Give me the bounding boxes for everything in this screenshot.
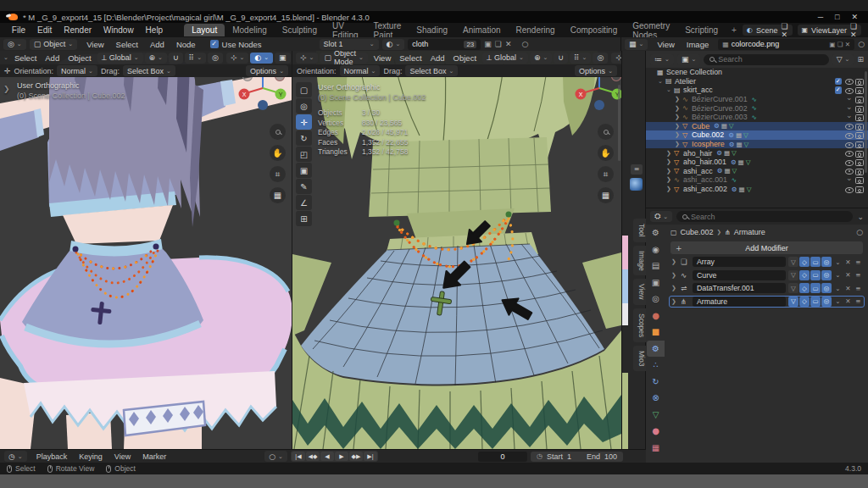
workspace-tab[interactable]: Scripting bbox=[677, 24, 726, 36]
outliner-row[interactable]: Cube.002 ⚙▦▽∿ ✓ bbox=[646, 130, 868, 140]
expand-arrow-icon[interactable] bbox=[666, 168, 674, 175]
object-name[interactable]: Atelier bbox=[675, 77, 696, 86]
editor-type-chevron-icon[interactable]: ⌄ bbox=[3, 54, 8, 61]
menu-item[interactable]: Keying bbox=[73, 452, 108, 461]
filter-dropdown[interactable]: ▽⌄ bbox=[832, 54, 854, 65]
hamburger-menu-icon[interactable]: ≡ bbox=[631, 164, 643, 175]
transport-button[interactable]: ◀◆ bbox=[306, 452, 320, 461]
current-frame-field[interactable]: 0 bbox=[478, 452, 527, 462]
workspace-tab[interactable]: Layout bbox=[184, 24, 225, 36]
properties-tab[interactable]: ▦ bbox=[647, 440, 665, 457]
modifier-panel[interactable]: ❯ DataTransfer.001 ▽◇▭◎ ⌄ ✕ ≡ bbox=[669, 282, 865, 294]
sidebar-tab[interactable]: Mio3 bbox=[633, 346, 647, 371]
pivot-point-dropdown[interactable]: ⊕⌄ bbox=[530, 53, 552, 64]
properties-tab[interactable]: ■ bbox=[647, 324, 665, 341]
hide-eye-icon[interactable] bbox=[844, 122, 854, 130]
outliner-row[interactable]: Scene Collection ⚙▦▽∿ ✓ bbox=[646, 68, 868, 77]
fake-user-icon[interactable]: ▣ bbox=[484, 40, 492, 48]
object-name[interactable]: Scene Collection bbox=[666, 68, 722, 76]
modifier-extras-dropdown[interactable]: ⌄ bbox=[834, 285, 842, 292]
modifier-delete-button[interactable]: ✕ bbox=[844, 297, 852, 305]
menu-item[interactable]: Add bbox=[41, 53, 64, 63]
properties-tab[interactable]: ⊗ bbox=[647, 390, 665, 407]
menu-item[interactable]: Object bbox=[64, 53, 95, 63]
snapping-dropdown[interactable]: ⠿⌄ bbox=[185, 53, 206, 64]
transport-button[interactable]: ▶| bbox=[364, 452, 377, 461]
menu-item[interactable]: Playback bbox=[31, 452, 74, 461]
transport-button[interactable]: ◆▶ bbox=[349, 452, 363, 461]
modifier-drag-handle[interactable]: ≡ bbox=[854, 297, 862, 305]
menu-item[interactable]: Add bbox=[144, 40, 170, 49]
sidebar-tab[interactable]: Scopes bbox=[633, 308, 647, 342]
modifier-drag-handle[interactable]: ≡ bbox=[854, 271, 862, 279]
modifier-name-field[interactable]: Armature bbox=[693, 297, 786, 307]
camera-view-icon[interactable]: ⌗ bbox=[270, 166, 286, 182]
outliner-row[interactable]: aho_hair ⚙▦▽∿ ✓ bbox=[646, 148, 868, 158]
modifier-delete-button[interactable]: ✕ bbox=[844, 285, 852, 292]
options-dropdown[interactable]: Options⌄ bbox=[246, 65, 288, 76]
outliner-row[interactable]: aho_hair.001 ⚙▦▽∿ ✓ bbox=[646, 158, 868, 167]
menu-item[interactable]: Select bbox=[110, 40, 144, 49]
modifier-name-field[interactable]: Curve bbox=[693, 270, 786, 280]
expand-arrow-icon[interactable] bbox=[666, 158, 674, 165]
pan-hand-icon[interactable]: ✋ bbox=[270, 145, 286, 161]
modifier-extras-dropdown[interactable]: ⌄ bbox=[834, 297, 842, 305]
modifier-panel[interactable]: ❯ Curve ▽◇▭◎ ⌄ ✕ ≡ bbox=[669, 269, 865, 281]
properties-tab[interactable]: ↻ bbox=[647, 374, 665, 391]
zoom-icon[interactable] bbox=[598, 124, 614, 140]
object-name[interactable]: Cube.002 bbox=[692, 130, 724, 139]
editor-type-button[interactable]: ▦⌄ bbox=[625, 39, 648, 50]
expand-arrow-icon[interactable] bbox=[675, 131, 682, 138]
maximize-button[interactable]: □ bbox=[835, 13, 839, 21]
transport-button[interactable]: |◀ bbox=[292, 452, 305, 461]
properties-tab[interactable]: ● bbox=[647, 423, 665, 440]
outliner-row[interactable]: BézierCurve.003 ⚙▦▽∿ ✓ bbox=[646, 113, 868, 122]
object-name[interactable]: ashi_acc.001 bbox=[683, 175, 727, 184]
ortho-grid-icon[interactable]: ▦ bbox=[270, 187, 286, 203]
properties-tab[interactable]: ⚙ bbox=[647, 225, 665, 241]
render-camera-icon[interactable] bbox=[854, 77, 865, 86]
expand-arrow-icon[interactable] bbox=[666, 150, 674, 157]
expand-arrow-icon[interactable]: ❯ bbox=[671, 272, 678, 279]
transport-button[interactable]: ▶ bbox=[335, 452, 348, 461]
modifier-panel[interactable]: ❯ Array ▽◇▭◎ ⌄ ✕ ≡ bbox=[669, 256, 865, 268]
properties-tab[interactable]: ● bbox=[647, 308, 665, 324]
modifier-drag-handle[interactable]: ≡ bbox=[854, 285, 862, 292]
transport-button[interactable]: ◀ bbox=[320, 452, 334, 461]
menu-item[interactable]: File bbox=[6, 25, 31, 35]
sidebar-tab[interactable]: View bbox=[633, 279, 647, 304]
tool-button[interactable]: ⊞ bbox=[296, 211, 312, 226]
properties-tab[interactable]: ▤ bbox=[647, 258, 665, 274]
image-actions-icons[interactable]: ▣ ❏ ✕ bbox=[829, 41, 850, 48]
outliner-row[interactable]: ashi_acc.001 ⚙▦▽∿ ✓ bbox=[646, 175, 868, 185]
properties-search-input[interactable]: Search bbox=[676, 211, 853, 222]
pan-hand-icon[interactable]: ✋ bbox=[598, 145, 614, 161]
properties-tab[interactable]: ◉ bbox=[647, 241, 665, 258]
render-camera-icon[interactable] bbox=[854, 122, 865, 130]
editor-type-button[interactable]: ⊹⌄ bbox=[296, 53, 318, 64]
menu-item[interactable]: Image bbox=[681, 40, 715, 49]
workspace-tab[interactable]: Compositing bbox=[563, 24, 626, 36]
render-camera-icon[interactable] bbox=[854, 149, 865, 158]
menu-item[interactable]: View bbox=[651, 40, 680, 49]
expand-arrow-icon[interactable] bbox=[666, 186, 674, 192]
auto-keying-toggle[interactable]: ○⌄ bbox=[264, 451, 287, 462]
render-camera-icon[interactable] bbox=[854, 167, 865, 175]
toolbar-expand-arrow[interactable]: ❯ bbox=[3, 85, 10, 93]
brush-preview-thumbnail[interactable] bbox=[630, 178, 643, 191]
outliner-row[interactable]: ashi_acc.002 ⚙▦▽∿ ✓ bbox=[646, 185, 868, 194]
modifier-panel[interactable]: ❯ Armature ▽◇▭◎ ⌄ ✕ ≡ bbox=[669, 296, 865, 308]
hide-eye-icon[interactable] bbox=[844, 158, 854, 166]
tool-button[interactable]: ↻ bbox=[296, 130, 312, 146]
proportional-edit-toggle[interactable]: ◎ bbox=[208, 53, 223, 64]
editor-type-button[interactable]: ◎⌄ bbox=[3, 39, 26, 50]
render-camera-icon[interactable] bbox=[854, 130, 865, 139]
object-name[interactable]: aho_hair.001 bbox=[683, 158, 726, 166]
editor-type-button[interactable]: ◷⌄ bbox=[4, 451, 27, 462]
tool-button[interactable]: ✛ bbox=[296, 114, 312, 130]
workspace-tab[interactable]: Modeling bbox=[225, 24, 275, 36]
pivot-point-dropdown[interactable]: ⊕⌄ bbox=[145, 53, 167, 64]
orientation-dropdown[interactable]: Normal⌄ bbox=[57, 65, 97, 76]
modifier-extras-dropdown[interactable]: ⌄ bbox=[834, 271, 842, 279]
render-camera-icon[interactable] bbox=[854, 68, 865, 76]
